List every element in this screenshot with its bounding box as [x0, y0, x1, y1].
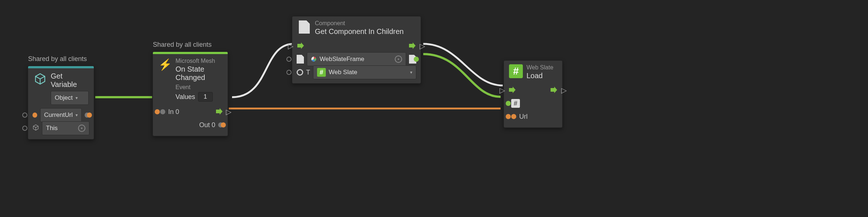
- node-category: Microsoft Mesh: [175, 58, 223, 64]
- node-category: Component: [315, 20, 404, 27]
- document-small-icon: [297, 55, 304, 64]
- node-title: Get Component In Children: [315, 27, 404, 36]
- target-icon: [395, 56, 402, 63]
- exec-out-port[interactable]: ▷: [226, 107, 231, 116]
- exec-in-port[interactable]: ▷: [499, 86, 505, 95]
- node-title: Get Variable: [51, 72, 89, 89]
- type-prefix: T: [306, 69, 310, 76]
- connection-layer: [0, 0, 868, 217]
- cube-outline-icon: [33, 72, 47, 86]
- url-in-port[interactable]: [506, 114, 511, 119]
- variable-dropdown[interactable]: CurrentUrl ▾: [40, 108, 82, 122]
- chevron-down-icon: ▾: [76, 113, 78, 118]
- hash-icon: #: [511, 99, 520, 108]
- out0-label: Out 0: [199, 121, 215, 129]
- gameobject-field[interactable]: WebSlateFrame: [307, 52, 406, 66]
- variable-name-port[interactable]: [32, 113, 37, 118]
- hash-badge-icon: #: [509, 64, 523, 78]
- gameobject-icon: [32, 124, 39, 132]
- gameobject-in-port[interactable]: [286, 57, 292, 62]
- exec-out-port[interactable]: ▷: [561, 86, 567, 95]
- node-get-variable[interactable]: Shared by all clients Get Variable Objec…: [28, 66, 94, 140]
- self-ext-port[interactable]: [22, 126, 27, 131]
- exec-out-arrow-icon: [408, 42, 416, 50]
- chevron-down-icon: ▾: [410, 70, 412, 75]
- exec-in-arrow-icon: [508, 87, 516, 94]
- exec-out-arrow-icon: [550, 87, 558, 94]
- values-count[interactable]: 1: [198, 92, 213, 102]
- in0-label: In 0: [168, 108, 179, 116]
- in0-port[interactable]: [155, 109, 160, 114]
- url-dot: [511, 114, 516, 119]
- node-get-component-in-children[interactable]: Component Get Component In Children ▷ ▷ …: [292, 16, 421, 84]
- target-icon: [78, 125, 85, 132]
- type-value: Web Slate: [329, 69, 357, 76]
- exec-out-arrow-icon: [215, 108, 223, 115]
- exec-out-port[interactable]: ▷: [420, 42, 425, 50]
- visual-script-graph: { "shared_label": "Shared by all clients…: [0, 0, 868, 217]
- hash-icon: #: [317, 68, 326, 77]
- node-title: Load: [526, 72, 553, 80]
- node-title: On State Changed: [175, 65, 223, 82]
- self-dropdown[interactable]: This: [42, 121, 89, 135]
- url-label: Url: [519, 113, 528, 121]
- unity-pinwheel-icon: [311, 56, 317, 62]
- variable-name: CurrentUrl: [44, 111, 73, 119]
- type-dropdown[interactable]: # Web Slate ▾: [313, 65, 416, 79]
- values-label: Values: [175, 93, 195, 101]
- in0-dot: [160, 109, 165, 114]
- section-label: Event: [175, 84, 223, 91]
- node-category: Web Slate: [526, 64, 553, 71]
- self-value: This: [46, 125, 58, 132]
- exec-in-port[interactable]: ▷: [288, 42, 293, 50]
- type-ring-icon: [297, 69, 303, 76]
- variable-ext-port[interactable]: [22, 113, 27, 118]
- target-in-port[interactable]: [506, 101, 511, 106]
- kind-dropdown[interactable]: Object ▾: [51, 91, 89, 105]
- component-out-port[interactable]: [414, 57, 419, 62]
- node-web-slate-load[interactable]: # Web Slate Load ▷ ▷ # Url: [504, 60, 563, 128]
- variable-out-port[interactable]: [87, 113, 92, 118]
- node-on-state-changed[interactable]: Shared by all clients ⚡ Microsoft Mesh O…: [153, 52, 228, 136]
- shared-label: Shared by all clients: [28, 55, 87, 63]
- document-icon: [297, 20, 311, 34]
- out0-port[interactable]: [221, 122, 226, 127]
- shared-label: Shared by all clients: [153, 41, 212, 49]
- exec-in-arrow-icon: [297, 42, 305, 50]
- gameobject-name: WebSlateFrame: [320, 56, 364, 63]
- kind-value: Object: [55, 94, 73, 102]
- type-in-port[interactable]: [286, 70, 292, 75]
- lightning-icon: ⚡: [158, 58, 172, 72]
- chevron-down-icon: ▾: [76, 95, 78, 100]
